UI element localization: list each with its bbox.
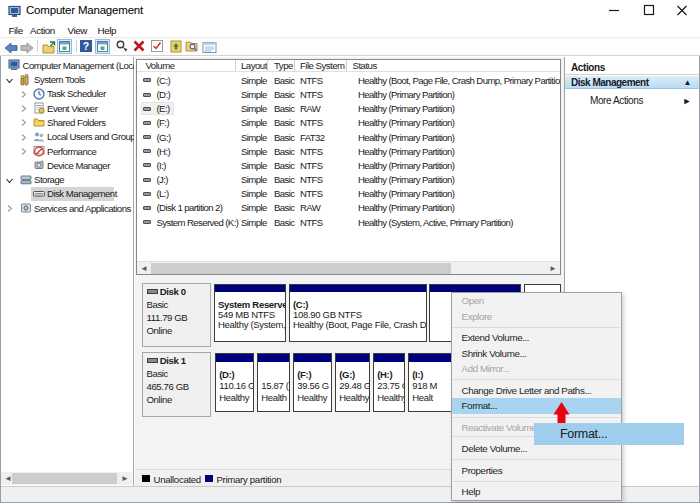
svg-text:?: ? — [83, 40, 89, 52]
